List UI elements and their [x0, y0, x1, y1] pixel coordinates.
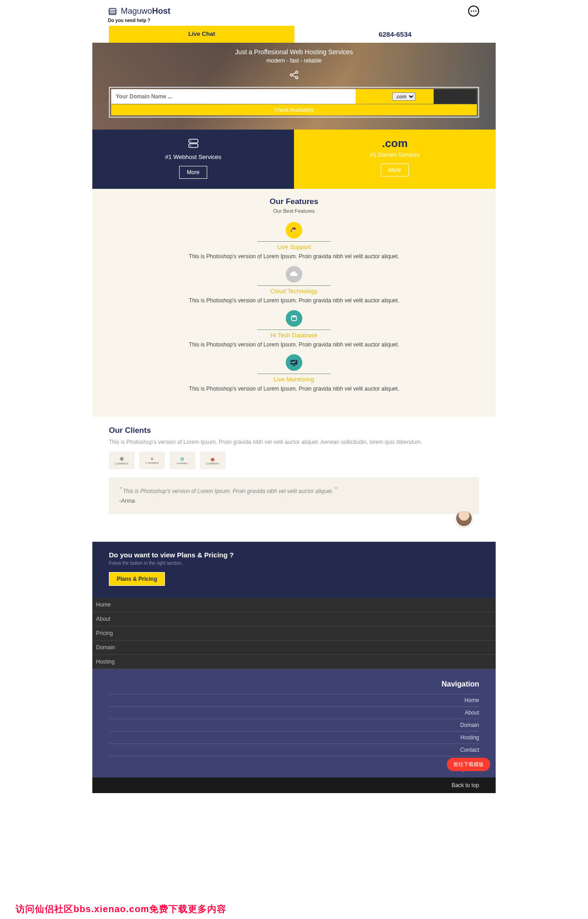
footer-nav: Home About Pricing Domain Hosting — [92, 598, 496, 669]
client-logo: ❋COMPANY — [109, 452, 135, 469]
features-sub: Our Best Features — [106, 208, 482, 214]
social-icons: 🐦 ◘ — [109, 765, 479, 773]
client-logo: ✕x company — [139, 452, 165, 469]
client-logos: ❋COMPANY ✕x company ⛨company ◉COMPANY — [109, 452, 479, 469]
features-section: Our Features Our Best Features Live Supp… — [92, 189, 496, 417]
clients-sub: This is Photoshop's version of Lorem Ips… — [109, 439, 479, 445]
help-text: Do you need help ? — [92, 18, 496, 26]
feature-item: Live Monitoring This is Photoshop's vers… — [106, 354, 482, 392]
client-logo: ◉COMPANY — [200, 452, 226, 469]
footer-links: Home About Domain Hosting Contact — [109, 694, 479, 756]
svg-rect-20 — [291, 360, 298, 365]
footer: Navigation Home About Domain Hosting Con… — [92, 669, 496, 777]
footer-link-contact[interactable]: Contact — [109, 743, 479, 756]
promo-domain-big: .com — [299, 137, 491, 150]
svg-point-4 — [471, 11, 472, 12]
menu-icon[interactable] — [468, 6, 479, 17]
footnav-hosting[interactable]: Hosting — [92, 655, 496, 669]
feature-desc: This is Photoshop's version of Lorem Ips… — [106, 297, 482, 304]
brand-suffix: Host — [152, 6, 170, 16]
phone-number: 6284-6534 — [294, 26, 496, 43]
feature-title: Live Support — [106, 244, 482, 250]
features-title: Our Features — [106, 197, 482, 206]
feature-title: Hi Tech Database — [106, 332, 482, 339]
svg-point-6 — [475, 11, 476, 12]
footnav-home[interactable]: Home — [92, 598, 496, 612]
cta-sub: Folow the button in the right section. — [109, 561, 479, 566]
svg-line-11 — [292, 75, 296, 77]
feature-desc: This is Photoshop's version of Lorem Ips… — [106, 341, 482, 348]
clients-section: Our Clients This is Photoshop's version … — [92, 417, 496, 542]
support-icon — [286, 222, 302, 238]
tld-wrap: .com — [356, 89, 434, 104]
promo-domain-more-button[interactable]: More — [381, 164, 409, 176]
footer-link-hosting[interactable]: Hosting — [109, 731, 479, 743]
cloud-icon — [286, 266, 302, 283]
promo-domain-label: #1 Domain Services — [299, 152, 491, 158]
svg-point-9 — [296, 77, 298, 79]
svg-rect-21 — [293, 365, 295, 366]
server-icon — [97, 137, 289, 150]
testimonial: This is Photoshop's version of Lorem Ips… — [109, 477, 479, 514]
logo-icon — [108, 7, 117, 16]
testimonial-author: -Anna — [119, 497, 469, 504]
svg-point-19 — [292, 315, 297, 318]
svg-point-7 — [290, 74, 293, 76]
back-to-top[interactable]: Back to top — [92, 777, 496, 793]
brand-prefix: Maguwo — [121, 6, 152, 16]
footnav-about[interactable]: About — [92, 612, 496, 626]
svg-point-14 — [190, 141, 191, 142]
footer-link-home[interactable]: Home — [109, 694, 479, 706]
domain-input[interactable] — [111, 89, 356, 104]
svg-point-17 — [293, 229, 294, 230]
promo-webhost-more-button[interactable]: More — [179, 166, 207, 179]
cta-title: Do you want to view Plans & Pricing ? — [109, 551, 479, 559]
download-template-button[interactable]: 前往下载模版 — [447, 758, 490, 771]
avatar — [455, 510, 473, 527]
tld-select[interactable]: .com — [392, 92, 415, 101]
hero: Just a Proffesional Web Hosting Services… — [92, 43, 496, 130]
feature-item: Live Support This is Photoshop's version… — [106, 222, 482, 260]
promo-domain: .com #1 Domain Services More — [294, 130, 496, 189]
search-gap — [434, 89, 477, 104]
footnav-domain[interactable]: Domain — [92, 641, 496, 655]
brand[interactable]: MaguwoHost — [121, 6, 170, 16]
feature-item: Hi Tech Database This is Photoshop's ver… — [106, 310, 482, 348]
footer-link-about[interactable]: About — [109, 706, 479, 719]
promo-row: #1 Webhost Services More .com #1 Domain … — [92, 130, 496, 189]
hero-title: Just a Proffesional Web Hosting Services — [109, 48, 479, 56]
domain-search-box: .com Check Availability — [109, 87, 479, 118]
plans-pricing-button[interactable]: Plans & Pricing — [109, 572, 165, 586]
footnav-pricing[interactable]: Pricing — [92, 626, 496, 641]
svg-line-10 — [292, 73, 296, 74]
testimonial-quote: This is Photoshop's version of Lorem Ips… — [119, 486, 469, 495]
promo-webhost: #1 Webhost Services More — [92, 130, 294, 189]
client-logo: ⛨company — [170, 452, 195, 469]
feature-item: Cloud Technology This is Photoshop's ver… — [106, 266, 482, 304]
feature-desc: This is Photoshop's version of Lorem Ips… — [106, 386, 482, 392]
footer-link-domain[interactable]: Domain — [109, 719, 479, 731]
live-chat-button[interactable]: Live Chat — [109, 26, 294, 43]
cta-section: Do you want to view Plans & Pricing ? Fo… — [92, 542, 496, 598]
share-icon — [288, 69, 300, 80]
svg-point-5 — [473, 11, 475, 12]
feature-desc: This is Photoshop's version of Lorem Ips… — [106, 253, 482, 260]
svg-point-8 — [296, 71, 298, 74]
monitor-icon — [286, 354, 302, 371]
feature-title: Live Monitoring — [106, 376, 482, 383]
promo-webhost-label: #1 Webhost Services — [97, 153, 289, 160]
svg-point-15 — [190, 145, 191, 146]
check-availability-button[interactable]: Check Availability — [111, 104, 477, 115]
svg-point-18 — [294, 229, 295, 230]
database-icon — [286, 310, 302, 327]
feature-title: Cloud Technology — [106, 288, 482, 295]
clients-title: Our Clients — [109, 426, 479, 435]
hero-subtitle: modern - fast - reliable — [109, 57, 479, 64]
footer-nav-title: Navigation — [109, 680, 479, 688]
